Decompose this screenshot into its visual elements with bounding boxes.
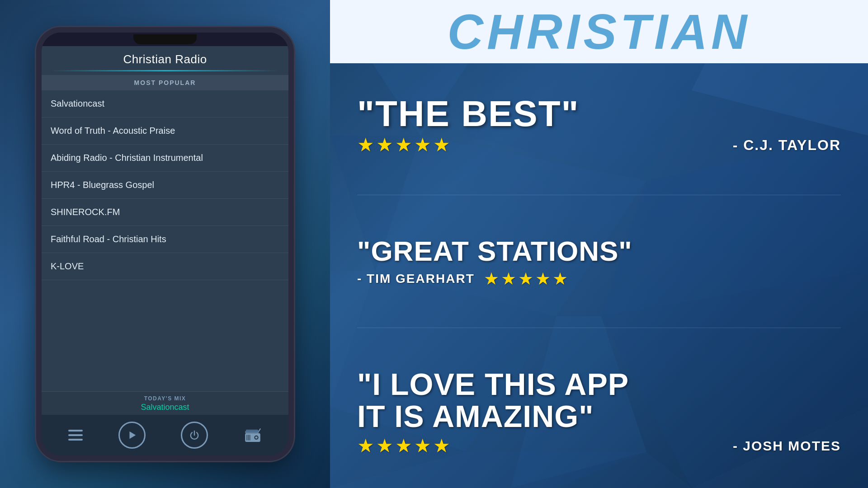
review-1-author: - C.J. TAYLOR bbox=[733, 137, 841, 154]
review-3-row: ★ ★ ★ ★ ★ - JOSH MOTES bbox=[357, 436, 841, 455]
station-name: Abiding Radio - Christian Instrumental bbox=[51, 153, 203, 163]
play-button[interactable] bbox=[118, 422, 146, 449]
review-2-row: - TIM GEARHART ★ ★ ★ ★ ★ bbox=[357, 270, 841, 287]
station-name: K-LOVE bbox=[51, 261, 84, 271]
svg-rect-3 bbox=[246, 434, 247, 440]
star-2: ★ bbox=[376, 136, 393, 155]
svg-rect-4 bbox=[248, 434, 249, 440]
star-2: ★ bbox=[376, 436, 393, 455]
review-1-sub: ★ ★ ★ ★ ★ - C.J. TAYLOR bbox=[357, 136, 841, 155]
review-3-quote: "I LOVE THIS APPIT IS AMAZING" bbox=[357, 368, 841, 433]
star-3: ★ bbox=[395, 136, 412, 155]
right-panel: CHRISTIAN "THE BEST" ★ ★ ★ ★ ★ - C.J. TA… bbox=[330, 0, 868, 488]
svg-marker-0 bbox=[129, 432, 136, 439]
phone-top-bar bbox=[42, 33, 288, 46]
review-3-stars: ★ ★ ★ ★ ★ bbox=[357, 436, 450, 455]
station-name: Faithful Road - Christian Hits bbox=[51, 234, 166, 244]
review-3-author: - JOSH MOTES bbox=[733, 438, 841, 454]
station-item-hpr4[interactable]: HPR4 - Bluegrass Gospel bbox=[42, 172, 288, 199]
review-1: "THE BEST" ★ ★ ★ ★ ★ - C.J. TAYLOR bbox=[357, 96, 841, 155]
phone-screen: Christian Radio MOST POPULAR Salvationca… bbox=[42, 46, 288, 455]
menu-button[interactable] bbox=[68, 430, 83, 441]
star-1: ★ bbox=[357, 136, 374, 155]
app-title: Christian Radio bbox=[51, 52, 279, 66]
station-item-word-of-truth[interactable]: Word of Truth - Acoustic Praise bbox=[42, 117, 288, 145]
review-1-stars: ★ ★ ★ ★ ★ bbox=[357, 136, 450, 155]
header-divider bbox=[51, 70, 279, 71]
star-3: ★ bbox=[395, 436, 412, 455]
svg-rect-10 bbox=[246, 429, 258, 432]
station-item-klove[interactable]: K-LOVE bbox=[42, 253, 288, 280]
divider-2 bbox=[357, 328, 841, 328]
star-3: ★ bbox=[518, 270, 533, 287]
menu-line-2 bbox=[68, 434, 83, 436]
review-3: "I LOVE THIS APPIT IS AMAZING" ★ ★ ★ ★ ★… bbox=[357, 368, 841, 455]
section-title: MOST POPULAR bbox=[134, 79, 196, 86]
phone-notch bbox=[133, 34, 197, 44]
power-icon bbox=[189, 430, 199, 440]
star-1: ★ bbox=[357, 436, 374, 455]
star-5: ★ bbox=[552, 270, 568, 287]
station-item-salvationcast[interactable]: Salvationcast bbox=[42, 90, 288, 117]
station-name: HPR4 - Bluegrass Gospel bbox=[51, 180, 154, 190]
review-2-author: - TIM GEARHART bbox=[357, 272, 475, 286]
menu-line-1 bbox=[68, 430, 83, 432]
reviews-container: "THE BEST" ★ ★ ★ ★ ★ - C.J. TAYLOR "GREA… bbox=[330, 63, 868, 488]
power-button[interactable] bbox=[181, 422, 208, 449]
player-bar: TODAY'S MIX Salvationcast bbox=[42, 391, 288, 415]
review-2: "GREAT STATIONS" - TIM GEARHART ★ ★ ★ ★ … bbox=[357, 236, 841, 287]
bottom-nav bbox=[42, 415, 288, 455]
top-banner: CHRISTIAN bbox=[330, 0, 868, 63]
section-header: MOST POPULAR bbox=[42, 75, 288, 90]
star-1: ★ bbox=[484, 270, 499, 287]
star-5: ★ bbox=[433, 436, 450, 455]
player-current-station: Salvationcast bbox=[51, 403, 279, 412]
app-header: Christian Radio bbox=[42, 46, 288, 75]
review-1-quote: "THE BEST" bbox=[357, 96, 841, 132]
station-item-abiding-radio[interactable]: Abiding Radio - Christian Instrumental bbox=[42, 145, 288, 172]
station-list: Salvationcast Word of Truth - Acoustic P… bbox=[42, 90, 288, 391]
banner-title: CHRISTIAN bbox=[448, 7, 751, 56]
radio-button[interactable] bbox=[244, 427, 262, 443]
station-name: SHINEROCK.FM bbox=[51, 207, 120, 217]
play-icon bbox=[127, 430, 137, 440]
star-4: ★ bbox=[535, 270, 551, 287]
star-4: ★ bbox=[414, 436, 431, 455]
star-2: ★ bbox=[501, 270, 516, 287]
divider-1 bbox=[357, 195, 841, 195]
player-label: TODAY'S MIX bbox=[51, 395, 279, 402]
review-2-quote: "GREAT STATIONS" bbox=[357, 236, 841, 267]
station-item-faithful-road[interactable]: Faithful Road - Christian Hits bbox=[42, 226, 288, 253]
station-item-shinerock[interactable]: SHINEROCK.FM bbox=[42, 199, 288, 226]
station-name: Word of Truth - Acoustic Praise bbox=[51, 126, 175, 136]
station-name: Salvationcast bbox=[51, 99, 104, 108]
svg-rect-5 bbox=[250, 434, 250, 440]
svg-point-7 bbox=[255, 436, 257, 438]
left-panel: Christian Radio MOST POPULAR Salvationca… bbox=[0, 0, 330, 488]
review-2-stars: ★ ★ ★ ★ ★ bbox=[484, 270, 568, 287]
radio-icon bbox=[244, 427, 262, 443]
menu-icon bbox=[68, 430, 83, 441]
star-5: ★ bbox=[433, 136, 450, 155]
menu-line-3 bbox=[68, 439, 83, 441]
star-4: ★ bbox=[414, 136, 431, 155]
phone-mockup: Christian Radio MOST POPULAR Salvationca… bbox=[36, 27, 294, 461]
